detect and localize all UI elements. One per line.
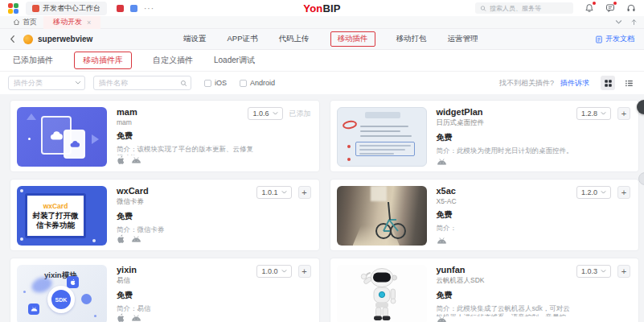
scroll-top-icon[interactable]: [630, 19, 638, 26]
decorative-dot: [28, 138, 31, 140]
plugin-price: 免费: [117, 211, 313, 222]
version-value: 1.0.6: [252, 109, 269, 118]
brand-yon: Yon: [303, 2, 322, 14]
subtab-loader-debug[interactable]: Loader调试: [214, 55, 255, 66]
decorative-dot: [92, 239, 96, 242]
plugin-description: 简介：微信卡券: [117, 225, 313, 234]
text-line: [360, 130, 400, 132]
plugin-card-widgetplan[interactable]: widgetPlan 日历式桌面控件 免费 简介：此模块为使用时光日计划的桌面控…: [330, 100, 640, 172]
nav-operation-mgmt[interactable]: 运营管理: [448, 34, 478, 44]
version-value: 1.2.8: [581, 109, 597, 118]
add-plugin-button[interactable]: +: [617, 186, 630, 199]
message-icon[interactable]: [605, 3, 615, 13]
global-search-input[interactable]: [490, 5, 568, 12]
app-shortcut-blue-icon[interactable]: [130, 5, 137, 12]
apple-icon: [117, 234, 125, 244]
back-chevron-icon[interactable]: [10, 35, 15, 43]
text-line: [360, 126, 408, 127]
list-view-button[interactable]: [621, 76, 636, 90]
collapse-chevron-icon[interactable]: [615, 19, 622, 25]
android-label: Android: [250, 79, 275, 87]
tab-mobile-dev[interactable]: 移动开发 ×: [43, 16, 100, 29]
home-icon: [13, 19, 20, 26]
android-icon: [131, 157, 142, 163]
global-search[interactable]: [475, 2, 573, 14]
highlight-box: [355, 142, 415, 156]
plugin-name-search[interactable]: [93, 76, 191, 90]
doc-icon: [595, 35, 603, 43]
android-icon: [131, 315, 142, 321]
add-plugin-button[interactable]: +: [617, 107, 630, 120]
checkbox-icon[interactable]: [204, 80, 211, 87]
plugin-card-x5ac[interactable]: x5ac X5-AC 免费 简介： 1.2.0 +: [330, 179, 640, 251]
home-label: 首页: [23, 17, 37, 27]
decorative-dot: [23, 291, 26, 293]
nav-code-upload[interactable]: 代码上传: [279, 34, 310, 44]
tablet-illustration: [64, 130, 85, 159]
launcher-logo-icon[interactable]: [8, 3, 18, 13]
plugin-description: 简介：: [437, 224, 633, 233]
dev-doc-link[interactable]: 开发文档: [595, 34, 634, 44]
subtab-added-plugins[interactable]: 已添加插件: [13, 55, 53, 66]
apple-badge: [67, 276, 79, 288]
version-select[interactable]: 1.0.1: [256, 186, 291, 199]
android-checkbox[interactable]: Android: [240, 79, 275, 87]
version-select[interactable]: 1.2.8: [576, 107, 611, 120]
version-select[interactable]: 1.0.6: [248, 107, 282, 120]
plugin-description: 简介：该模块实现了平台的版本更新、云修复等功能: [117, 145, 313, 155]
chevron-down-icon: [75, 80, 81, 85]
banner-title: wxCard: [43, 202, 68, 210]
checkbox-icon[interactable]: [240, 80, 247, 87]
grid-view-icon: [604, 79, 613, 88]
grid-view-button[interactable]: [601, 76, 615, 90]
add-plugin-button[interactable]: +: [298, 265, 311, 278]
chevron-down-icon: [601, 269, 606, 274]
bicycle-illustration: [337, 186, 427, 246]
plugin-price: 免费: [437, 290, 633, 301]
screenshot-header: [365, 112, 400, 118]
plugin-card-yixin[interactable]: yixin模块 SDK yixin 易信 免费 简介：易信 1.0.0 +: [10, 258, 320, 322]
nav-client-settings[interactable]: 端设置: [183, 34, 207, 44]
nav-mobile-package[interactable]: 移动打包: [396, 34, 427, 44]
nav-app-certificate[interactable]: APP证书: [228, 34, 258, 44]
category-select-input[interactable]: [8, 76, 85, 90]
version-value: 1.2.0: [581, 188, 597, 196]
help-text: 找不到相关插件?: [499, 78, 554, 89]
plugin-request-link[interactable]: 插件诉求: [560, 78, 589, 89]
plugin-thumbnail: [337, 107, 427, 167]
dev-doc-label: 开发文档: [605, 34, 634, 44]
plugin-price: 免费: [437, 209, 633, 221]
plugin-description: 简介：此模块集成了云帆机器人sdk，可对云帆机器人进行状态维系、语音控制、音量控…: [437, 304, 633, 316]
decorative-dot: [20, 237, 23, 241]
chevron-down-icon: [601, 111, 606, 116]
version-select[interactable]: 1.0.3: [576, 265, 611, 278]
plugin-card-wxcard[interactable]: wxCard 封装了打开微信卡券功能 wxCard 微信卡券 免费 简介：微信卡…: [10, 179, 320, 251]
plugin-description: 简介：易信: [117, 304, 313, 313]
version-select[interactable]: 1.0.0: [256, 265, 291, 278]
plugin-price: 免费: [117, 130, 313, 142]
version-select[interactable]: 1.2.0: [576, 186, 611, 199]
subtab-plugin-library[interactable]: 移动插件库: [74, 52, 132, 69]
app-shortcut-red-icon[interactable]: [117, 5, 124, 12]
plugin-card-mam[interactable]: mam mam 免费 简介：该模块实现了平台的版本更新、云修复等功能 1.0.6…: [10, 100, 320, 172]
robot-illustration: [356, 266, 408, 322]
category-select[interactable]: [8, 76, 85, 90]
workspace-tab[interactable]: 开发者中心工作台: [26, 2, 107, 15]
notification-bell-icon[interactable]: [585, 3, 594, 13]
plugin-name-input[interactable]: [93, 76, 191, 90]
android-badge: [28, 303, 39, 315]
nav-mobile-plugins[interactable]: 移动插件: [330, 31, 375, 47]
ios-checkbox[interactable]: iOS: [204, 79, 227, 87]
brand-bip: BIP: [322, 2, 340, 14]
add-plugin-button[interactable]: +: [298, 186, 311, 199]
support-headset-icon[interactable]: [626, 3, 636, 13]
plugin-card-yunfan[interactable]: yunfan 云帆机器人SDK 免费 简介：此模块集成了云帆机器人sdk，可对云…: [330, 258, 640, 322]
close-tab-icon[interactable]: ×: [87, 19, 91, 27]
home-breadcrumb[interactable]: 首页: [6, 17, 43, 27]
plugin-description: 简介：此模块为使用时光日计划的桌面控件。: [437, 147, 633, 155]
filter-bar: iOS Android 找不到相关插件? 插件诉求: [0, 72, 644, 94]
apple-icon: [117, 313, 125, 322]
add-plugin-button[interactable]: +: [617, 265, 630, 278]
subtab-custom-plugins[interactable]: 自定义插件: [153, 55, 193, 66]
more-tabs-icon[interactable]: ···: [144, 4, 154, 13]
